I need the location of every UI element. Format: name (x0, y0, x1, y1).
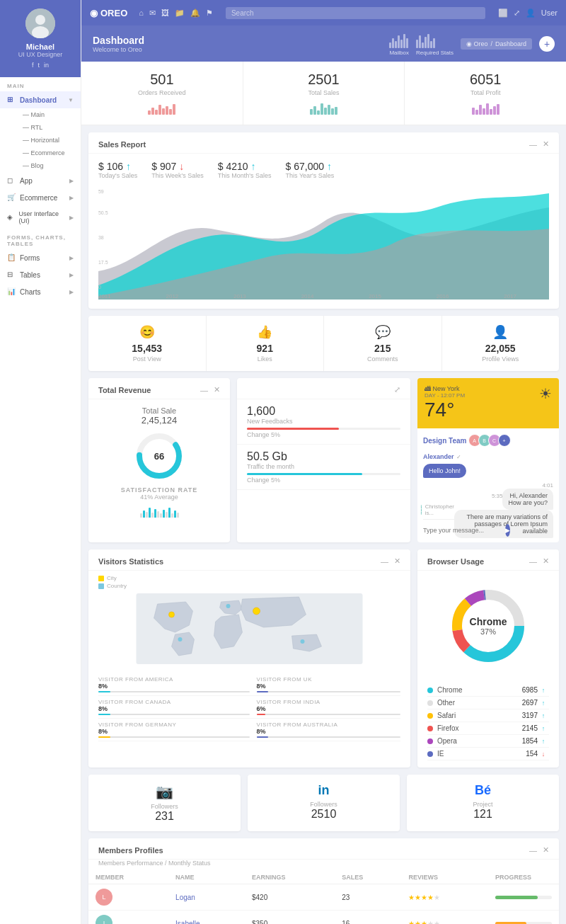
sidebar-item-app[interactable]: ◻ App ▶ (0, 172, 81, 189)
trend-up-icon: ↑ (327, 161, 332, 172)
chevron-right-icon: ▶ (69, 178, 74, 184)
brand-logo: ◉ OREO (90, 8, 127, 18)
svg-text:2016: 2016 (437, 293, 449, 300)
subnav-main[interactable]: — Main (16, 108, 81, 121)
visitor-america: VISITOR FROM AMERICA 8% (98, 673, 250, 696)
folder-icon[interactable]: 📁 (175, 8, 185, 18)
feedback-card: ⤢ 1,600 New Feedbacks Change 5% 50.5 Gb … (237, 378, 410, 542)
safari-color-dot (427, 713, 433, 719)
facebook-icon[interactable]: f (32, 62, 34, 69)
sales-metric-today: $ 106 ↑ Today's Sales (98, 161, 137, 179)
member-progress-cell (488, 911, 559, 925)
comments-value: 215 (333, 343, 433, 354)
sidebar-item-ui[interactable]: ◈ User Interface (UI) ▶ (0, 206, 81, 229)
trend-up-icon: ↑ (126, 161, 131, 172)
minimize-button[interactable]: — (200, 385, 208, 394)
metric-likes: 👍 921 Likes (207, 316, 325, 371)
feedbacks-value: 1,600 (247, 405, 400, 418)
browser-donut-container: Chrome 37% (417, 571, 559, 681)
flag-icon[interactable]: ⚑ (206, 8, 213, 18)
oreo-logo-icon: ◉ (90, 8, 98, 18)
sidebar: Michael UI UX Designer f t in MAIN ⊞ Das… (0, 0, 81, 924)
col-earnings: Earnings (245, 871, 335, 884)
behance-icon: Bé (415, 783, 550, 798)
member-name-link[interactable]: Logan (175, 894, 195, 901)
member-name-link[interactable]: Isabelle (175, 920, 200, 925)
sidebar-item-ecommerce[interactable]: 🛒 Ecommerce ▶ (0, 189, 81, 206)
legend-text-1: City (107, 575, 117, 581)
sidebar-user-panel: Michael UI UX Designer f t in (0, 0, 81, 77)
chat-sender-label: Alexander ✓ (423, 451, 553, 461)
minimize-button[interactable]: — (381, 557, 388, 566)
subnav-rtl[interactable]: — RTL (16, 121, 81, 134)
close-button[interactable]: ✕ (214, 385, 220, 394)
subnav-horizontal[interactable]: — Horizontal (16, 134, 81, 147)
expand-icon[interactable]: ⤢ (514, 8, 520, 18)
sales-chart-area: 2011 2012 2013 2014 2015 2016 2017 59 50… (88, 186, 559, 309)
chat-team-header: Design Team A B C + (423, 434, 553, 447)
close-button[interactable]: ✕ (543, 557, 549, 566)
close-button[interactable]: ✕ (394, 557, 400, 566)
month-sales-label: This Month's Sales (218, 172, 272, 179)
instagram-label: Followers (97, 803, 232, 810)
svg-point-18 (169, 612, 175, 617)
emoji-smile-icon: 😊 (97, 324, 197, 340)
expand-icon[interactable]: ⤢ (394, 385, 400, 394)
minimize-button[interactable]: — (529, 139, 537, 149)
linkedin-icon: in (256, 783, 391, 798)
month-sales-amount: $ 4210 ↑ (218, 161, 272, 172)
ie-color-dot (427, 751, 433, 757)
behance-card: Bé Project 121 (407, 775, 559, 831)
envelope-icon[interactable]: ✉ (149, 8, 156, 18)
app-icon: ◻ (7, 176, 16, 185)
person-icon: 👤 (451, 324, 551, 340)
subnav-ecommerce[interactable]: — Ecommerce (16, 147, 81, 159)
user-icon[interactable]: 👤 (526, 8, 536, 18)
stat-orders-value: 501 (90, 72, 234, 88)
twitter-icon[interactable]: t (37, 62, 40, 69)
year-sales-amount: $ 67,000 ↑ (286, 161, 335, 172)
sidebar-item-dashboard[interactable]: ⊞ Dashboard ▼ (0, 91, 81, 108)
home-icon[interactable]: ⌂ (139, 8, 144, 18)
chart-icon: 📊 (7, 287, 16, 296)
sidebar-item-tables[interactable]: ⊟ Tables ▶ (0, 266, 81, 283)
chat-bubble-lorem: There are many variations of passages of… (454, 510, 553, 538)
legend-color-1 (98, 576, 104, 581)
monitor-icon[interactable]: ⬜ (498, 8, 508, 18)
sidebar-item-charts[interactable]: 📊 Charts ▶ (0, 283, 81, 300)
minimize-button[interactable]: — (529, 557, 537, 566)
svg-text:17.5: 17.5 (98, 260, 108, 265)
required-stats-widget: Required Stats (416, 31, 454, 56)
dashboard-submenu: — Main — RTL — Horizontal — Ecommerce — … (0, 108, 81, 172)
visitor-australia: VISITOR FROM AUSTRALIA 8% (250, 719, 401, 741)
bell-icon[interactable]: 🔔 (190, 8, 200, 18)
search-input[interactable] (226, 7, 485, 19)
brand-name: OREO (100, 8, 127, 18)
visitor-uk: VISITOR FROM UK 8% (250, 673, 401, 696)
feedback-change-1: Change 5% (247, 431, 400, 438)
svg-text:2013: 2013 (233, 293, 246, 300)
close-button[interactable]: ✕ (543, 845, 549, 855)
chat-send-button[interactable]: ▶ (505, 524, 510, 537)
browser-item-other: Other 2697 ↑ (427, 697, 549, 709)
legend-text-2: Country (107, 583, 127, 589)
subnav-blog[interactable]: — Blog (16, 159, 81, 172)
vs-bar-australia (257, 736, 401, 738)
page-header-right: Mailbox Required Stats ◉ Oreo / Dashboar… (389, 31, 555, 56)
feedback-progress-1 (247, 428, 400, 430)
profileviews-value: 22,055 (451, 343, 551, 354)
linkedin-icon[interactable]: in (44, 62, 49, 69)
sidebar-item-forms[interactable]: 📋 Forms ▶ (0, 249, 81, 266)
stat-profit-label: Total Profit (413, 89, 558, 96)
minimize-button[interactable]: — (529, 845, 537, 855)
chat-input[interactable] (423, 527, 502, 534)
stat-sales-sparkline (252, 101, 396, 115)
mailbox-label: Mailbox (389, 50, 409, 56)
image-icon[interactable]: 🖼 (161, 8, 169, 18)
satisfaction-sub: 41% Average (98, 494, 220, 501)
add-button[interactable]: + (539, 36, 555, 52)
member-sales-cell: 16 (335, 911, 401, 925)
sidebar-item-label: Forms (20, 254, 40, 262)
close-button[interactable]: ✕ (543, 139, 549, 149)
feedback-progress-2 (247, 473, 400, 475)
